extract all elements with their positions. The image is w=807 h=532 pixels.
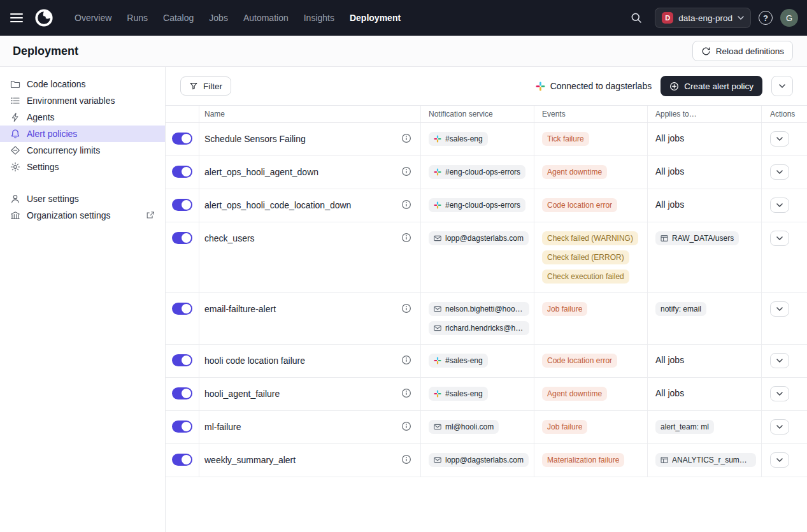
plus-circle-icon bbox=[669, 82, 679, 91]
slack-icon bbox=[434, 135, 441, 143]
info-icon[interactable] bbox=[401, 199, 411, 210]
row-actions-button[interactable] bbox=[770, 386, 789, 401]
applies-to-tag: notify: email bbox=[655, 302, 706, 316]
connected-status[interactable]: Connected to dagsterlabs bbox=[536, 81, 652, 91]
events-cell: Code location error bbox=[534, 189, 647, 222]
row-actions-button[interactable] bbox=[770, 452, 789, 468]
policy-enabled-toggle[interactable] bbox=[172, 303, 192, 315]
tag-label: Code location error bbox=[547, 356, 612, 365]
help-icon[interactable]: ? bbox=[759, 11, 773, 25]
name-cell: Schedule Sensors Failing bbox=[199, 123, 420, 155]
nav-item-overview[interactable]: Overview bbox=[68, 9, 118, 27]
policy-name: email-failture-alert bbox=[204, 302, 276, 315]
email-notification-tag: ml@hooli.com bbox=[429, 420, 499, 434]
sidebar-primary-list: Code locationsEnvironment variablesAgent… bbox=[0, 76, 165, 175]
info-icon[interactable] bbox=[401, 454, 411, 464]
table-row: hooli_agent_failure #sales-eng Agent dow… bbox=[166, 378, 807, 411]
event-tag: Code location error bbox=[542, 354, 617, 368]
row-actions-button[interactable] bbox=[770, 419, 789, 435]
row-actions-button[interactable] bbox=[770, 198, 789, 213]
slack-notification-tag: #eng-cloud-ops-errors bbox=[429, 165, 525, 179]
policy-enabled-toggle[interactable] bbox=[172, 232, 192, 244]
name-cell: hooli code location failure bbox=[199, 345, 420, 377]
table-header: Name Notification service Events Applies… bbox=[166, 105, 807, 123]
sidebar-item-user-settings[interactable]: User settings bbox=[0, 191, 165, 207]
applies-to-text: All jobs bbox=[655, 133, 684, 143]
nav-item-automation[interactable]: Automation bbox=[236, 9, 296, 27]
diamond-icon bbox=[10, 145, 20, 155]
page-header: Deployment Reload definitions bbox=[0, 36, 807, 67]
row-actions-button[interactable] bbox=[770, 301, 789, 317]
policy-name: hooli_agent_failure bbox=[204, 387, 280, 400]
tag-label: Tick failure bbox=[547, 134, 584, 143]
avatar[interactable]: G bbox=[780, 9, 798, 27]
column-actions: Actions bbox=[761, 106, 807, 122]
actions-cell bbox=[761, 123, 807, 155]
policy-enabled-toggle[interactable] bbox=[172, 133, 192, 145]
event-tag: Job failure bbox=[542, 302, 587, 316]
notification-cell: #eng-cloud-ops-errors bbox=[420, 189, 534, 222]
sidebar-item-agents[interactable]: Agents bbox=[0, 109, 165, 126]
info-icon[interactable] bbox=[401, 303, 411, 313]
applies-cell: alert_team: ml bbox=[647, 411, 761, 443]
notification-cell: lopp@dagsterlabs.com bbox=[420, 444, 534, 477]
slack-icon bbox=[434, 390, 441, 398]
menu-icon[interactable] bbox=[5, 8, 28, 28]
info-icon[interactable] bbox=[401, 388, 411, 398]
row-actions-button[interactable] bbox=[770, 353, 789, 368]
nav-item-jobs[interactable]: Jobs bbox=[202, 9, 235, 27]
deployment-switcher[interactable]: D data-eng-prod bbox=[655, 8, 751, 28]
applies-to-text: All jobs bbox=[655, 354, 684, 365]
toggle-cell bbox=[166, 123, 199, 155]
nav-right: D data-eng-prod ? G bbox=[625, 7, 798, 29]
primary-nav: OverviewRunsCatalogJobsAutomationInsight… bbox=[68, 9, 408, 27]
search-icon[interactable] bbox=[625, 7, 647, 29]
nav-item-insights[interactable]: Insights bbox=[297, 9, 341, 27]
row-actions-button[interactable] bbox=[770, 231, 789, 246]
email-icon bbox=[434, 324, 441, 332]
tag-label: Agent downtime bbox=[547, 168, 602, 176]
reload-definitions-button[interactable]: Reload definitions bbox=[692, 41, 793, 61]
info-icon[interactable] bbox=[401, 355, 411, 365]
toolbar: Filter Connected to dagsterlabs Create a… bbox=[166, 67, 807, 105]
policy-enabled-toggle[interactable] bbox=[172, 387, 192, 399]
policy-enabled-toggle[interactable] bbox=[172, 354, 192, 366]
tag-label: alert_team: ml bbox=[661, 422, 709, 431]
event-tag: Check failed (ERROR) bbox=[542, 250, 629, 264]
row-actions-button[interactable] bbox=[770, 164, 789, 180]
info-icon[interactable] bbox=[401, 166, 411, 176]
policy-enabled-toggle[interactable] bbox=[172, 454, 192, 466]
sidebar-item-environment-variables[interactable]: Environment variables bbox=[0, 92, 165, 109]
create-alert-policy-button[interactable]: Create alert policy bbox=[661, 76, 762, 96]
name-cell: ml-failure bbox=[199, 411, 420, 443]
info-icon[interactable] bbox=[401, 421, 411, 431]
sidebar-item-alert-policies[interactable]: Alert policies bbox=[0, 126, 165, 142]
dagster-logo[interactable] bbox=[34, 8, 54, 27]
toggle-cell bbox=[166, 293, 199, 344]
filter-button[interactable]: Filter bbox=[180, 76, 231, 96]
slack-icon bbox=[434, 201, 441, 209]
policy-enabled-toggle[interactable] bbox=[172, 199, 192, 211]
policy-name: weekly_summary_alert bbox=[204, 453, 296, 466]
actions-cell bbox=[761, 189, 807, 222]
sidebar-item-concurrency-limits[interactable]: Concurrency limits bbox=[0, 142, 165, 159]
sidebar-item-code-locations[interactable]: Code locations bbox=[0, 76, 165, 92]
tag-label: Agent downtime bbox=[547, 389, 602, 398]
info-icon[interactable] bbox=[401, 133, 411, 143]
nav-item-runs[interactable]: Runs bbox=[120, 9, 155, 27]
notification-cell: #sales-eng bbox=[420, 378, 534, 410]
policy-enabled-toggle[interactable] bbox=[172, 421, 192, 433]
info-icon[interactable] bbox=[401, 233, 411, 243]
applies-to-tag: alert_team: ml bbox=[655, 420, 714, 434]
policy-enabled-toggle[interactable] bbox=[172, 166, 192, 178]
create-alert-policy-label: Create alert policy bbox=[684, 82, 753, 91]
slack-notification-tag: #sales-eng bbox=[429, 354, 488, 368]
more-options-button[interactable] bbox=[771, 76, 793, 96]
column-toggle bbox=[166, 106, 199, 122]
sidebar-item-settings[interactable]: Settings bbox=[0, 159, 165, 175]
nav-item-catalog[interactable]: Catalog bbox=[156, 9, 201, 27]
row-actions-button[interactable] bbox=[770, 131, 789, 147]
sidebar-item-organization-settings[interactable]: Organization settings bbox=[0, 207, 165, 224]
user-icon bbox=[10, 194, 20, 204]
nav-item-deployment[interactable]: Deployment bbox=[343, 9, 408, 27]
